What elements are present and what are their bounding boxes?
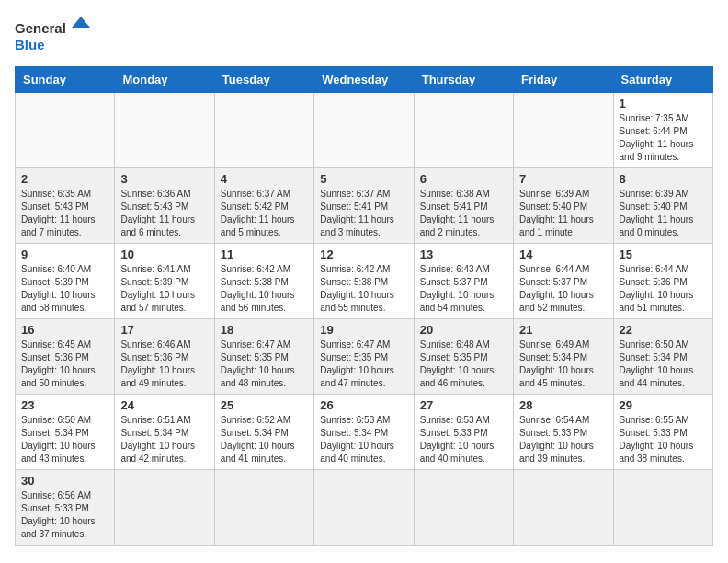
day-info: Sunrise: 6:45 AM Sunset: 5:36 PM Dayligh… xyxy=(21,339,108,390)
day-number: 8 xyxy=(620,172,707,186)
calendar-cell: 27Sunrise: 6:53 AM Sunset: 5:33 PM Dayli… xyxy=(414,395,513,470)
day-info: Sunrise: 6:47 AM Sunset: 5:35 PM Dayligh… xyxy=(320,339,407,390)
day-info: Sunrise: 6:44 AM Sunset: 5:36 PM Dayligh… xyxy=(620,263,707,315)
svg-marker-2 xyxy=(72,17,90,28)
calendar-table: SundayMondayTuesdayWednesdayThursdayFrid… xyxy=(15,66,713,546)
day-number: 20 xyxy=(420,323,507,337)
day-info: Sunrise: 6:56 AM Sunset: 5:33 PM Dayligh… xyxy=(21,489,108,541)
day-number: 19 xyxy=(320,323,407,337)
weekday-header-monday: Monday xyxy=(115,67,214,93)
day-info: Sunrise: 6:53 AM Sunset: 5:34 PM Dayligh… xyxy=(320,414,407,465)
logo-svg: General Blue xyxy=(15,15,97,55)
calendar-cell: 7Sunrise: 6:39 AM Sunset: 5:40 PM Daylig… xyxy=(514,168,613,244)
day-number: 21 xyxy=(519,323,607,337)
calendar-cell: 29Sunrise: 6:55 AM Sunset: 5:33 PM Dayli… xyxy=(613,395,712,470)
day-info: Sunrise: 7:35 AM Sunset: 6:44 PM Dayligh… xyxy=(620,112,707,164)
calendar-cell: 6Sunrise: 6:38 AM Sunset: 5:41 PM Daylig… xyxy=(414,168,513,244)
calendar-cell: 23Sunrise: 6:50 AM Sunset: 5:34 PM Dayli… xyxy=(16,395,115,470)
day-info: Sunrise: 6:52 AM Sunset: 5:34 PM Dayligh… xyxy=(221,414,308,465)
calendar-cell: 16Sunrise: 6:45 AM Sunset: 5:36 PM Dayli… xyxy=(16,319,115,395)
day-number: 23 xyxy=(21,398,108,412)
calendar-cell xyxy=(314,470,414,546)
calendar-week-3: 9Sunrise: 6:40 AM Sunset: 5:39 PM Daylig… xyxy=(16,244,713,319)
svg-text:Blue: Blue xyxy=(15,37,45,52)
calendar-cell: 3Sunrise: 6:36 AM Sunset: 5:43 PM Daylig… xyxy=(115,168,214,244)
day-info: Sunrise: 6:46 AM Sunset: 5:36 PM Dayligh… xyxy=(120,339,208,390)
day-info: Sunrise: 6:38 AM Sunset: 5:41 PM Dayligh… xyxy=(420,188,507,239)
day-number: 24 xyxy=(120,398,208,412)
day-info: Sunrise: 6:53 AM Sunset: 5:33 PM Dayligh… xyxy=(420,414,507,465)
day-info: Sunrise: 6:42 AM Sunset: 5:38 PM Dayligh… xyxy=(221,263,308,315)
day-number: 22 xyxy=(620,323,707,337)
day-number: 29 xyxy=(620,398,707,412)
day-info: Sunrise: 6:44 AM Sunset: 5:37 PM Dayligh… xyxy=(519,263,607,315)
day-info: Sunrise: 6:49 AM Sunset: 5:34 PM Dayligh… xyxy=(519,339,607,390)
weekday-header-wednesday: Wednesday xyxy=(314,67,414,93)
day-info: Sunrise: 6:43 AM Sunset: 5:37 PM Dayligh… xyxy=(420,263,507,315)
page-header: General Blue xyxy=(15,15,713,55)
calendar-week-4: 16Sunrise: 6:45 AM Sunset: 5:36 PM Dayli… xyxy=(16,319,713,395)
day-number: 12 xyxy=(320,247,407,261)
day-number: 18 xyxy=(221,323,308,337)
calendar-cell: 14Sunrise: 6:44 AM Sunset: 5:37 PM Dayli… xyxy=(514,244,613,319)
day-info: Sunrise: 6:48 AM Sunset: 5:35 PM Dayligh… xyxy=(420,339,507,390)
weekday-header-tuesday: Tuesday xyxy=(214,67,313,93)
day-number: 28 xyxy=(519,398,607,412)
calendar-week-1: 1Sunrise: 7:35 AM Sunset: 6:44 PM Daylig… xyxy=(16,93,713,168)
weekday-header-thursday: Thursday xyxy=(414,67,513,93)
day-info: Sunrise: 6:51 AM Sunset: 5:34 PM Dayligh… xyxy=(120,414,208,465)
calendar-cell: 2Sunrise: 6:35 AM Sunset: 5:43 PM Daylig… xyxy=(16,168,115,244)
day-info: Sunrise: 6:42 AM Sunset: 5:38 PM Dayligh… xyxy=(320,263,407,315)
day-number: 16 xyxy=(21,323,108,337)
calendar-week-6: 30Sunrise: 6:56 AM Sunset: 5:33 PM Dayli… xyxy=(16,470,713,546)
calendar-cell: 12Sunrise: 6:42 AM Sunset: 5:38 PM Dayli… xyxy=(314,244,414,319)
calendar-cell: 26Sunrise: 6:53 AM Sunset: 5:34 PM Dayli… xyxy=(314,395,414,470)
calendar-cell: 30Sunrise: 6:56 AM Sunset: 5:33 PM Dayli… xyxy=(16,470,115,546)
calendar-cell xyxy=(414,93,513,168)
calendar-cell: 15Sunrise: 6:44 AM Sunset: 5:36 PM Dayli… xyxy=(613,244,712,319)
day-number: 7 xyxy=(519,172,607,186)
weekday-header-friday: Friday xyxy=(514,67,613,93)
calendar-cell: 24Sunrise: 6:51 AM Sunset: 5:34 PM Dayli… xyxy=(115,395,214,470)
day-number: 25 xyxy=(221,398,308,412)
day-info: Sunrise: 6:50 AM Sunset: 5:34 PM Dayligh… xyxy=(21,414,108,465)
day-number: 11 xyxy=(221,247,308,261)
calendar-cell: 8Sunrise: 6:39 AM Sunset: 5:40 PM Daylig… xyxy=(613,168,712,244)
calendar-cell: 4Sunrise: 6:37 AM Sunset: 5:42 PM Daylig… xyxy=(214,168,313,244)
calendar-cell: 22Sunrise: 6:50 AM Sunset: 5:34 PM Dayli… xyxy=(613,319,712,395)
calendar-cell xyxy=(16,93,115,168)
calendar-cell: 28Sunrise: 6:54 AM Sunset: 5:33 PM Dayli… xyxy=(514,395,613,470)
calendar-cell: 11Sunrise: 6:42 AM Sunset: 5:38 PM Dayli… xyxy=(214,244,313,319)
day-info: Sunrise: 6:41 AM Sunset: 5:39 PM Dayligh… xyxy=(120,263,208,315)
calendar-cell xyxy=(115,470,214,546)
calendar-cell xyxy=(115,93,214,168)
day-number: 10 xyxy=(120,247,208,261)
calendar-cell: 13Sunrise: 6:43 AM Sunset: 5:37 PM Dayli… xyxy=(414,244,513,319)
calendar-cell: 10Sunrise: 6:41 AM Sunset: 5:39 PM Dayli… xyxy=(115,244,214,319)
day-number: 2 xyxy=(21,172,108,186)
calendar-cell: 25Sunrise: 6:52 AM Sunset: 5:34 PM Dayli… xyxy=(214,395,313,470)
day-number: 27 xyxy=(420,398,507,412)
day-number: 14 xyxy=(519,247,607,261)
day-info: Sunrise: 6:35 AM Sunset: 5:43 PM Dayligh… xyxy=(21,188,108,239)
day-number: 17 xyxy=(120,323,208,337)
weekday-header-sunday: Sunday xyxy=(16,67,115,93)
svg-text:General: General xyxy=(15,20,66,36)
day-number: 4 xyxy=(221,172,308,186)
calendar-cell xyxy=(514,470,613,546)
calendar-cell xyxy=(214,470,313,546)
day-number: 1 xyxy=(620,97,707,110)
calendar-cell xyxy=(613,470,712,546)
day-number: 30 xyxy=(21,474,108,488)
day-info: Sunrise: 6:36 AM Sunset: 5:43 PM Dayligh… xyxy=(120,188,208,239)
calendar-cell: 18Sunrise: 6:47 AM Sunset: 5:35 PM Dayli… xyxy=(214,319,313,395)
weekday-header-saturday: Saturday xyxy=(613,67,712,93)
calendar-cell: 1Sunrise: 7:35 AM Sunset: 6:44 PM Daylig… xyxy=(613,93,712,168)
calendar-cell xyxy=(214,93,313,168)
calendar-cell: 20Sunrise: 6:48 AM Sunset: 5:35 PM Dayli… xyxy=(414,319,513,395)
weekday-header-row: SundayMondayTuesdayWednesdayThursdayFrid… xyxy=(16,67,713,93)
day-number: 13 xyxy=(420,247,507,261)
calendar-cell: 19Sunrise: 6:47 AM Sunset: 5:35 PM Dayli… xyxy=(314,319,414,395)
calendar-cell: 21Sunrise: 6:49 AM Sunset: 5:34 PM Dayli… xyxy=(514,319,613,395)
calendar-cell: 17Sunrise: 6:46 AM Sunset: 5:36 PM Dayli… xyxy=(115,319,214,395)
